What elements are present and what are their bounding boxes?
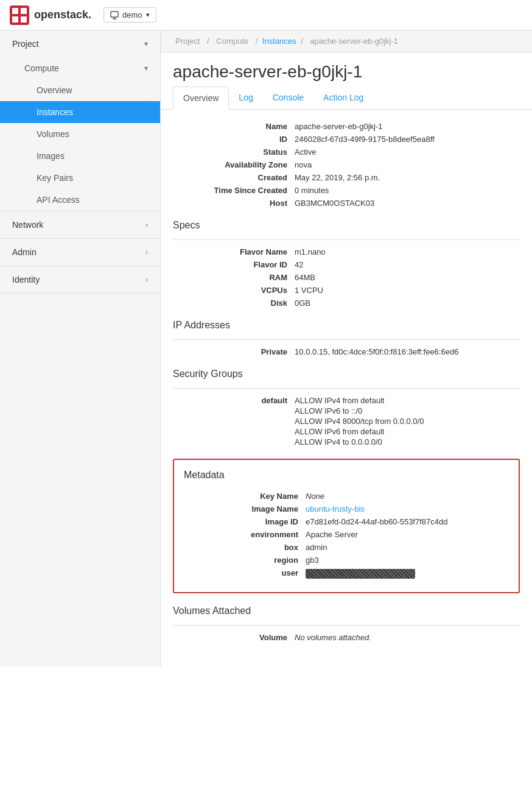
tab-overview[interactable]: Overview: [173, 86, 229, 110]
info-row-flavor-id: Flavor ID 42: [173, 260, 520, 269]
sidebar-project-label: Project: [12, 39, 39, 49]
label-default: default: [173, 396, 295, 446]
info-row-name: Name apache-server-eb-g0jkj-1: [173, 122, 520, 131]
sidebar-project-header[interactable]: Project ▾: [0, 30, 160, 57]
security-rule-2: ALLOW IPv6 to ::/0: [295, 406, 520, 415]
label-created: Created: [173, 173, 295, 182]
page-title: apache-server-eb-g0jkj-1: [173, 62, 520, 82]
value-flavor-id: 42: [295, 260, 520, 269]
sidebar-item-keypairs[interactable]: Key Pairs: [0, 167, 160, 189]
security-rules-list: ALLOW IPv4 from default ALLOW IPv6 to ::…: [295, 396, 520, 446]
sidebar-compute-header[interactable]: Compute ▾: [0, 57, 160, 79]
value-host: GB3MCM0OSTACK03: [295, 199, 520, 208]
value-name: apache-server-eb-g0jkj-1: [295, 122, 520, 131]
breadcrumb-sep3: /: [301, 37, 305, 46]
sidebar-network-header[interactable]: Network ›: [0, 211, 160, 238]
metadata-section: Metadata Key Name None Image Name ubuntu…: [173, 459, 520, 593]
info-row-time-since: Time Since Created 0 minutes: [173, 186, 520, 195]
svg-rect-4: [21, 16, 27, 23]
breadcrumb: Project / Compute / Instances / apache-s…: [161, 30, 532, 52]
sidebar: Project ▾ Compute ▾ Overview Instances V…: [0, 30, 161, 666]
value-ram: 64MB: [295, 273, 520, 282]
volumes-section: Volumes Attached Volume No volumes attac…: [173, 605, 520, 642]
svg-rect-5: [111, 12, 118, 17]
sidebar-identity-label: Identity: [12, 275, 40, 284]
label-id: ID: [173, 135, 295, 144]
info-row-id: ID 246028cf-67d3-49f9-9175-b8deef5ea8ff: [173, 135, 520, 144]
sidebar-identity-section: Identity ›: [0, 266, 160, 294]
chevron-down-icon: ▾: [144, 40, 148, 48]
breadcrumb-current: apache-server-eb-g0jkj-1: [310, 37, 398, 46]
info-row-private-ip: Private 10.0.0.15, fd0c:4dce:5f0f:0:f816…: [173, 347, 520, 356]
security-rule-4: ALLOW IPv6 from default: [295, 427, 520, 436]
label-volume: Volume: [173, 633, 295, 642]
svg-rect-2: [21, 8, 27, 14]
sidebar-item-api-access[interactable]: API Access: [0, 189, 160, 211]
value-region: gb3: [306, 556, 509, 565]
top-navigation: openstack. demo ▾: [0, 0, 532, 30]
value-user: [306, 568, 509, 579]
ip-divider: [173, 339, 520, 340]
project-selector[interactable]: demo ▾: [103, 7, 156, 23]
info-row-az: Availability Zone nova: [173, 160, 520, 169]
tab-console[interactable]: Console: [263, 86, 313, 110]
specs-title: Specs: [173, 220, 520, 235]
sidebar-identity-header[interactable]: Identity ›: [0, 266, 160, 293]
label-region: region: [184, 556, 306, 565]
sidebar-item-instances[interactable]: Instances: [0, 101, 160, 123]
value-environment: Apache Server: [306, 530, 509, 539]
value-disk: 0GB: [295, 298, 520, 308]
security-rule-5: ALLOW IPv4 to 0.0.0.0/0: [295, 437, 520, 446]
breadcrumb-sep1: /: [207, 37, 211, 46]
redacted-user-value: [306, 569, 415, 579]
ip-section: IP Addresses Private 10.0.0.15, fd0c:4dc…: [173, 320, 520, 356]
label-key-name: Key Name: [184, 492, 306, 501]
value-image-name: ubuntu-trusty-bis: [306, 504, 509, 513]
breadcrumb-compute: Compute: [216, 37, 248, 46]
label-private: Private: [173, 347, 295, 356]
image-name-link[interactable]: ubuntu-trusty-bis: [306, 504, 365, 513]
value-no-volumes: No volumes attached.: [295, 633, 520, 642]
sidebar-network-label: Network: [12, 220, 43, 230]
info-row-region: region gb3: [184, 556, 509, 565]
monitor-icon: [110, 11, 119, 19]
label-image-id: Image ID: [184, 517, 306, 526]
value-id: 246028cf-67d3-49f9-9175-b8deef5ea8ff: [295, 135, 520, 144]
chevron-right-icon: ›: [145, 248, 148, 256]
security-section: Security Groups default ALLOW IPv4 from …: [173, 369, 520, 446]
breadcrumb-instances-link[interactable]: Instances: [262, 37, 296, 46]
chevron-down-icon: ▾: [144, 64, 148, 72]
sidebar-admin-header[interactable]: Admin ›: [0, 239, 160, 266]
label-user: user: [184, 568, 306, 579]
tab-log[interactable]: Log: [229, 86, 262, 110]
info-row-ram: RAM 64MB: [173, 273, 520, 282]
sidebar-item-overview[interactable]: Overview: [0, 79, 160, 101]
info-row-security: default ALLOW IPv4 from default ALLOW IP…: [173, 396, 520, 446]
info-row-flavor-name: Flavor Name m1.nano: [173, 247, 520, 256]
value-time-since: 0 minutes: [295, 186, 520, 195]
sidebar-network-section: Network ›: [0, 211, 160, 239]
label-time-since: Time Since Created: [173, 186, 295, 195]
sidebar-admin-section: Admin ›: [0, 239, 160, 266]
value-az: nova: [295, 160, 520, 169]
label-disk: Disk: [173, 298, 295, 308]
label-environment: environment: [184, 530, 306, 539]
project-name: demo: [122, 10, 142, 19]
info-row-image-name: Image Name ubuntu-trusty-bis: [184, 504, 509, 513]
ip-title: IP Addresses: [173, 320, 520, 334]
detail-content: Name apache-server-eb-g0jkj-1 ID 246028c…: [161, 110, 532, 666]
chevron-right-icon: ›: [145, 221, 148, 229]
info-row-box: box admin: [184, 543, 509, 552]
sidebar-item-images[interactable]: Images: [0, 145, 160, 167]
volumes-divider: [173, 625, 520, 626]
label-box: box: [184, 543, 306, 552]
tab-action-log[interactable]: Action Log: [313, 86, 373, 110]
value-key-name: None: [306, 492, 509, 501]
info-row-key-name: Key Name None: [184, 492, 509, 501]
label-flavor-id: Flavor ID: [173, 260, 295, 269]
sidebar-admin-label: Admin: [12, 247, 37, 257]
security-title: Security Groups: [173, 369, 520, 383]
value-image-id: e7d81efd-0d24-44af-bb60-553f7f87c4dd: [306, 517, 509, 526]
sidebar-item-volumes[interactable]: Volumes: [0, 123, 160, 145]
logo: openstack.: [10, 5, 91, 25]
